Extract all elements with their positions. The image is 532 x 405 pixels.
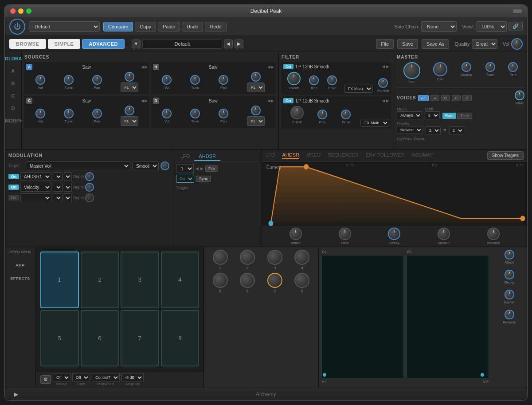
voice-tab-a[interactable]: A [430, 95, 439, 101]
mseg-tab-lfo[interactable]: LFO [266, 152, 275, 159]
par-ser-knob[interactable] [378, 78, 388, 88]
tab-effects[interactable]: EFFECTS [5, 272, 35, 285]
lfo-tab[interactable]: LFO [176, 152, 194, 161]
filter-2-cutoff-knob[interactable] [290, 106, 304, 119]
xy-pad-x1[interactable] [321, 255, 404, 379]
pad-1[interactable]: 1 [40, 252, 79, 308]
mseg-tab-ahdsr[interactable]: AHDSR [282, 152, 299, 159]
source-a-pan-knob[interactable] [92, 75, 102, 85]
preset-prev-arrow[interactable]: ◀ [224, 39, 233, 48]
rate-select[interactable]: Off [72, 373, 90, 382]
mod-target-select[interactable]: Master Vol [26, 161, 130, 170]
mod-row-1-dash[interactable]: - [64, 172, 72, 181]
macro-5-knob[interactable] [213, 273, 228, 288]
paste-button[interactable]: Paste [158, 22, 180, 31]
save-button[interactable]: Save [397, 39, 418, 49]
source-a-prev[interactable]: ◀ [141, 65, 144, 69]
filter-2-fx-select[interactable]: FX Main [360, 119, 389, 127]
source-d-pan-knob[interactable] [219, 109, 228, 118]
macro-8-knob[interactable] [294, 273, 309, 288]
link-button[interactable]: 🔗 [509, 22, 523, 31]
lfo-file-button[interactable]: File [205, 165, 218, 172]
source-d-next[interactable]: ▶ [271, 98, 274, 103]
pad-6[interactable]: 6 [81, 310, 119, 367]
source-c-f1f2-select[interactable]: F1/F2 [121, 116, 138, 126]
env-sustain-knob[interactable] [438, 228, 450, 240]
pad-7[interactable]: 7 [121, 310, 159, 367]
play-button[interactable]: ▶ [14, 391, 18, 397]
pad-4[interactable]: 4 [161, 252, 200, 308]
ahdsr-tab[interactable]: AHDSR [194, 152, 220, 161]
glide-knob[interactable] [515, 90, 524, 100]
perf-attack-knob[interactable] [505, 250, 514, 260]
env-decay-knob[interactable] [388, 228, 400, 240]
compare-button[interactable]: Compare [103, 22, 133, 31]
source-c-pan-knob[interactable] [92, 109, 102, 118]
filter-2-res-knob[interactable] [317, 110, 327, 119]
modwheel-select[interactable]: Control7 [92, 373, 120, 382]
num-select[interactable]: 8 [425, 111, 440, 119]
power-button[interactable]: ⏻ [9, 19, 25, 35]
pad-3[interactable]: 3 [121, 252, 159, 308]
preset-next-arrow[interactable]: ▶ [235, 39, 243, 48]
voice-rows-select[interactable]: 2 [449, 126, 464, 134]
env-hold-knob[interactable] [339, 228, 351, 240]
minimize-button[interactable] [18, 8, 23, 14]
source-d-prev[interactable]: ◀ [267, 98, 270, 103]
filter-2-on-btn[interactable]: On [283, 98, 293, 103]
filter-1-fx-select[interactable]: FX Main [344, 85, 373, 93]
pad-2[interactable]: 2 [81, 252, 119, 308]
filter-1-prev[interactable]: ◀ [382, 64, 385, 69]
filter-2-next[interactable]: ▶ [386, 98, 389, 103]
master-coarse-knob[interactable] [462, 62, 471, 72]
mod-row-2-source[interactable]: Velocity [20, 183, 51, 192]
fullscreen-button[interactable] [26, 8, 31, 14]
mod-row-1-on[interactable]: On [8, 174, 19, 179]
sidechain-select[interactable]: None [421, 21, 457, 32]
mseg-tab-modmap[interactable]: MODMAP [411, 152, 434, 159]
voice-cols-select[interactable]: 2 [426, 126, 441, 134]
tab-d[interactable]: D [5, 102, 21, 114]
env-release-knob[interactable] [487, 228, 500, 240]
filter-2-prev[interactable]: ◀ [382, 98, 385, 103]
tab-global[interactable]: GLOBAL [5, 52, 21, 65]
source-d-vol-knob[interactable] [162, 109, 172, 118]
filter-1-next[interactable]: ▶ [386, 64, 389, 69]
mod-row-1-e[interactable]: E [53, 172, 63, 181]
mod-row-3-on[interactable]: On [8, 195, 19, 201]
perf-decay-knob[interactable] [505, 270, 514, 279]
source-a-vol-knob[interactable] [35, 75, 45, 85]
filter-1-drive-knob[interactable] [327, 75, 337, 85]
lfo-num-select[interactable]: 1 [176, 164, 194, 173]
macro-4-knob[interactable] [294, 250, 309, 265]
master-fine-knob[interactable] [508, 62, 518, 72]
show-targets-button[interactable]: Show Targets [487, 151, 524, 160]
tab-b[interactable]: B [5, 77, 21, 90]
filter-1-on-btn[interactable]: On [283, 64, 293, 69]
mod-row-1-source[interactable]: AHDSR1 [20, 172, 51, 181]
tab-a[interactable]: A [5, 65, 21, 77]
mod-row-3-depth-knob[interactable] [85, 193, 94, 202]
mod-row-3-e[interactable]: E [53, 193, 63, 202]
source-b-f1f2-select[interactable]: F1/F2 [247, 83, 265, 92]
undo-button[interactable]: Undo [182, 22, 203, 31]
source-a-tune-knob[interactable] [64, 75, 74, 85]
file-button[interactable]: File [376, 39, 394, 49]
tab-c[interactable]: C [5, 90, 21, 102]
pad-settings-button[interactable]: ⚙ [40, 375, 51, 384]
perf-release-knob[interactable] [505, 310, 514, 319]
mod-smooth-select[interactable]: Smooth [132, 161, 159, 170]
source-c-vol-knob[interactable] [35, 109, 45, 118]
preset-prev[interactable]: ▼ [132, 39, 141, 48]
mod-row-3-dash[interactable]: - [64, 193, 72, 202]
copy-button[interactable]: Copy [135, 22, 156, 31]
priority-select[interactable]: Newest [397, 126, 423, 134]
master-vol-knob[interactable] [403, 62, 420, 79]
mod-smooth-knob[interactable] [160, 161, 169, 170]
master-pan-knob[interactable] [433, 62, 447, 76]
mod-row-1-depth-knob[interactable] [85, 172, 94, 181]
mod-row-2-depth-knob[interactable] [85, 183, 94, 192]
source-c-prev[interactable]: ◀ [141, 98, 144, 103]
sync-button[interactable]: Sync [196, 176, 211, 182]
macro-7-knob[interactable] [267, 273, 282, 288]
